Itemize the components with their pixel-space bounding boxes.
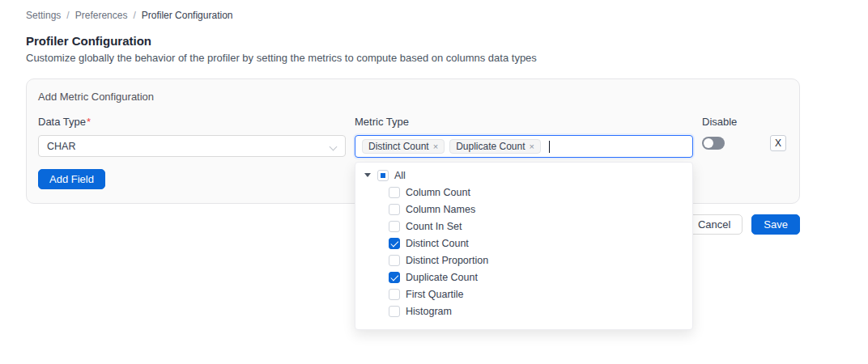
tree-item-distinct-count[interactable]: Distinct Count <box>355 235 692 252</box>
metric-type-column: Metric Type Distinct Count × Duplicate C… <box>355 116 693 158</box>
tag-remove-icon[interactable]: × <box>433 142 438 151</box>
option-checkbox[interactable] <box>389 238 400 249</box>
required-asterisk: * <box>87 116 91 128</box>
tree-item-count-in-set[interactable]: Count In Set <box>355 218 692 235</box>
option-checkbox[interactable] <box>389 289 400 300</box>
option-label: Distinct Proportion <box>406 255 488 266</box>
data-type-value: CHAR <box>47 141 75 152</box>
disable-toggle[interactable] <box>702 137 725 150</box>
data-type-column: Data Type* CHAR Add Field <box>38 116 346 189</box>
toggle-knob <box>704 138 713 148</box>
option-label: Count In Set <box>406 221 462 232</box>
metric-type-multiselect[interactable]: Distinct Count × Duplicate Count × <box>355 135 693 158</box>
option-checkbox[interactable] <box>389 187 400 198</box>
chevron-down-icon <box>330 143 337 150</box>
breadcrumb-item-profiler-configuration: Profiler Configuration <box>142 10 233 21</box>
option-checkbox[interactable] <box>389 306 400 317</box>
tree-item-histogram[interactable]: Histogram <box>355 303 692 320</box>
breadcrumb-separator: / <box>133 10 135 21</box>
tree-item-duplicate-count[interactable]: Duplicate Count <box>355 269 692 286</box>
data-type-label-text: Data Type <box>38 116 86 128</box>
tag-label: Distinct Count <box>368 141 429 152</box>
page-title: Profiler Configuration <box>26 34 842 48</box>
option-label: Column Names <box>406 204 475 215</box>
remove-row-button[interactable]: X <box>770 135 786 151</box>
option-label: Column Count <box>406 187 470 198</box>
metric-configuration-panel: Add Metric Configuration Data Type* CHAR… <box>26 78 800 204</box>
tag-label: Duplicate Count <box>456 141 525 152</box>
tree-item-column-count[interactable]: Column Count <box>355 184 692 201</box>
tag-remove-icon[interactable]: × <box>530 142 534 151</box>
metric-type-dropdown: All Column Count Column Names Count In S… <box>355 162 693 330</box>
selected-tag-distinct-count: Distinct Count × <box>362 139 445 154</box>
panel-title: Add Metric Configuration <box>38 91 788 103</box>
option-label: All <box>394 170 406 181</box>
disable-label: Disable <box>702 116 788 128</box>
tree-item-all[interactable]: All <box>355 167 692 184</box>
save-button[interactable]: Save <box>751 214 800 235</box>
metric-configuration-row: Data Type* CHAR Add Field Metric Type Di… <box>38 116 788 189</box>
breadcrumb-separator: / <box>66 10 69 21</box>
text-cursor <box>549 141 551 153</box>
cancel-button[interactable]: Cancel <box>686 214 742 235</box>
selected-tag-duplicate-count: Duplicate Count × <box>449 139 541 154</box>
page: Settings / Preferences / Profiler Config… <box>0 0 868 235</box>
option-label: Duplicate Count <box>406 272 478 283</box>
option-checkbox[interactable] <box>389 204 400 215</box>
option-checkbox[interactable] <box>389 255 400 266</box>
metric-type-label: Metric Type <box>355 116 693 128</box>
breadcrumb-item-settings[interactable]: Settings <box>26 10 61 21</box>
add-field-button[interactable]: Add Field <box>38 169 105 189</box>
breadcrumb-item-preferences[interactable]: Preferences <box>75 10 128 21</box>
option-label: Distinct Count <box>406 238 469 249</box>
disable-column: Disable X <box>702 116 788 151</box>
option-label: First Quartile <box>406 289 464 300</box>
data-type-select[interactable]: CHAR <box>38 135 346 157</box>
data-type-label: Data Type* <box>38 116 346 128</box>
disable-row: X <box>702 135 786 151</box>
all-checkbox[interactable] <box>377 170 389 181</box>
option-label: Histogram <box>406 306 452 317</box>
option-checkbox[interactable] <box>389 272 400 283</box>
tree-item-first-quartile[interactable]: First Quartile <box>355 286 692 303</box>
tree-item-column-names[interactable]: Column Names <box>355 201 692 218</box>
caret-down-icon[interactable] <box>364 171 372 179</box>
breadcrumb: Settings / Preferences / Profiler Config… <box>26 10 842 21</box>
option-checkbox[interactable] <box>389 221 400 232</box>
tree-item-distinct-proportion[interactable]: Distinct Proportion <box>355 252 692 269</box>
page-subtitle: Customize globally the behavior of the p… <box>26 52 842 64</box>
